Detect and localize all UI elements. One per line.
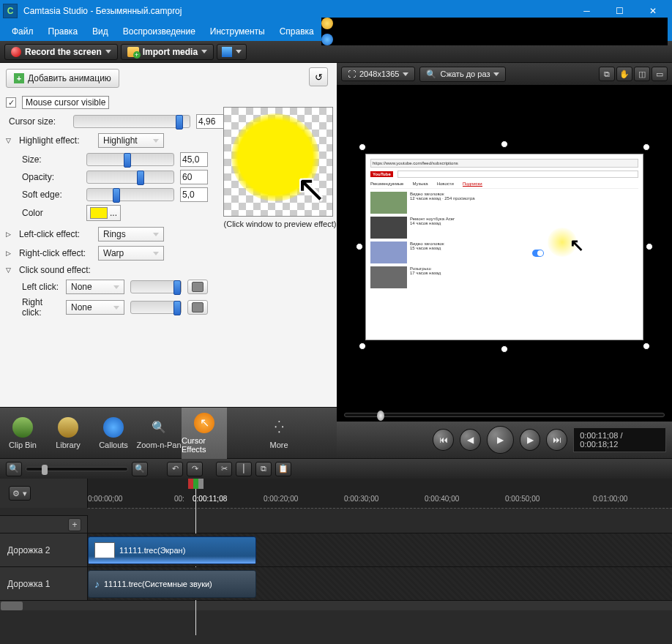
size-label: Size: — [9, 154, 81, 165]
fullscreen-button[interactable]: ▭ — [652, 67, 668, 81]
menu-bar: Файл Правка Вид Воспроизведение Инструме… — [0, 22, 672, 41]
crop-button[interactable]: ◫ — [634, 67, 650, 81]
add-track-button[interactable]: + — [68, 518, 81, 531]
timeline-settings-button[interactable]: ⚙ ▾ — [9, 486, 31, 501]
step-back-button[interactable]: ◀ — [460, 429, 481, 451]
step-forward-button[interactable]: ▶ — [520, 429, 541, 451]
cursor-arrow-icon: ↖ — [296, 168, 326, 210]
tool-tabs: Clip Bin Library Callouts 🔍Zoom-n-Pan ↖C… — [0, 407, 337, 458]
cut-button[interactable]: ✂ — [216, 462, 232, 476]
cursor-size-label: Cursor size: — [9, 116, 67, 127]
video-clip[interactable]: 11111.trec(Экран) — [88, 536, 256, 564]
color-swatch — [90, 207, 108, 219]
dropdown-caret-icon — [236, 50, 242, 53]
redo-button[interactable]: ↷ — [187, 462, 203, 476]
timeline-scrollbar[interactable] — [0, 600, 672, 610]
left-click-sound-select[interactable]: None — [66, 280, 124, 294]
toggle-icon — [532, 250, 544, 257]
search-icon: 🔍 — [426, 70, 436, 79]
add-animation-button[interactable]: + Добавить анимацию — [6, 69, 119, 88]
callouts-icon — [103, 417, 124, 438]
right-click-effect-select[interactable]: Warp — [98, 246, 164, 261]
copy-button[interactable]: ⧉ — [255, 462, 272, 476]
track-1-body[interactable]: ♪ 11111.trec(Системные звуки) — [88, 567, 672, 600]
track-1-header[interactable]: Дорожка 1 — [0, 567, 88, 600]
soft-edge-slider[interactable] — [86, 188, 174, 201]
shrink-button[interactable]: 🔍Сжать до раз — [419, 67, 506, 82]
record-screen-button[interactable]: Record the screen — [4, 44, 118, 60]
opacity-value[interactable]: 60 — [180, 170, 208, 184]
color-picker[interactable]: ... — [86, 205, 121, 221]
cursor-preview-canvas[interactable]: ↖ — [223, 107, 333, 217]
zoom-out-button[interactable]: 🔍 — [6, 462, 22, 476]
timeline-toolbar: 🔍 🔍 ↶ ↷ ✂ ⎮ ⧉ 📋 — [0, 458, 672, 479]
collapse-icon[interactable]: ▽ — [6, 266, 11, 274]
right-click-volume-slider[interactable] — [130, 301, 182, 314]
tab-callouts[interactable]: Callouts — [91, 408, 136, 459]
soft-edge-label: Soft edge: — [9, 190, 81, 200]
next-clip-button[interactable]: ⏭ — [546, 429, 567, 451]
zoom-in-button[interactable]: 🔍 — [132, 462, 148, 476]
track-2-header[interactable]: Дорожка 2 — [0, 533, 88, 566]
color-label: Color — [9, 208, 81, 218]
preview-frame[interactable]: https://www.youtube.com/feed/subscriptio… — [365, 154, 643, 340]
collapse-icon[interactable]: ▷ — [6, 250, 11, 257]
menu-help[interactable]: Справка — [272, 23, 321, 40]
left-click-volume-slider[interactable] — [130, 280, 182, 293]
import-media-button[interactable]: Import media — [121, 44, 214, 60]
playback-bar — [337, 408, 672, 422]
track-2: Дорожка 2 11111.trec(Экран) — [0, 533, 672, 566]
menu-file[interactable]: Файл — [4, 23, 41, 40]
tip-icon[interactable] — [321, 18, 333, 29]
tab-zoom[interactable]: 🔍Zoom-n-Pan — [136, 408, 182, 459]
menu-edit[interactable]: Правка — [41, 23, 86, 40]
tab-library[interactable]: Library — [45, 408, 91, 459]
collapse-icon[interactable]: ▷ — [6, 231, 11, 238]
tab-cursor-effects[interactable]: ↖Cursor Effects — [182, 408, 227, 459]
preview-sound-button[interactable] — [187, 280, 208, 294]
track-1: Дорожка 1 ♪ 11111.trec(Системные звуки) — [0, 566, 672, 600]
share-icon — [222, 47, 232, 57]
audio-clip[interactable]: ♪ 11111.trec(Системные звуки) — [88, 570, 256, 598]
cursor-effects-panel: + Добавить анимацию ↺ Mouse cursor visib… — [0, 63, 337, 407]
reset-button[interactable]: ↺ — [309, 67, 328, 86]
mouse-visible-checkbox[interactable] — [6, 97, 16, 108]
track-2-body[interactable]: 11111.trec(Экран) — [88, 533, 672, 566]
preview-cursor-icon: ↖ — [570, 235, 584, 255]
preview-sound-button[interactable] — [187, 300, 208, 315]
detach-button[interactable]: ⧉ — [599, 67, 615, 81]
prev-clip-button[interactable]: ⏮ — [433, 429, 454, 451]
preview-canvas-area[interactable]: https://www.youtube.com/feed/subscriptio… — [337, 85, 672, 408]
menu-view[interactable]: Вид — [85, 23, 116, 40]
highlight-effect-select[interactable]: Highlight — [98, 133, 164, 148]
soft-edge-value[interactable]: 5,0 — [180, 187, 208, 202]
playback-slider[interactable] — [344, 413, 665, 417]
help-icon[interactable] — [321, 34, 333, 45]
cursor-size-value[interactable]: 4,96 — [196, 114, 224, 129]
size-slider[interactable] — [86, 153, 174, 166]
size-value[interactable]: 45,0 — [180, 152, 208, 167]
zoom-slider[interactable] — [26, 467, 128, 471]
produce-share-button[interactable] — [217, 44, 247, 60]
left-click-effect-select[interactable]: Rings — [98, 227, 164, 242]
timeline-ruler[interactable]: ⚙ ▾ 0:00:00;00 00: 0:00:20;00 0:00:30;00… — [0, 479, 672, 508]
opacity-slider[interactable] — [86, 171, 174, 184]
right-click-sound-select[interactable]: None — [66, 300, 124, 315]
speaker-icon — [192, 302, 204, 312]
highlight-effect-label: Highlight effect: — [19, 135, 92, 146]
menu-play[interactable]: Воспроизведение — [116, 23, 203, 40]
split-button[interactable]: ⎮ — [236, 462, 252, 476]
dimensions-button[interactable]: ⛶2048x1365 — [341, 67, 415, 81]
playhead-time: 0:00:11;08 — [193, 495, 227, 503]
play-button[interactable]: ▶ — [487, 426, 514, 454]
tab-clip-bin[interactable]: Clip Bin — [0, 408, 45, 459]
undo-button[interactable]: ↶ — [167, 462, 183, 476]
collapse-icon[interactable]: ▽ — [6, 137, 11, 144]
tab-more[interactable]: ⁛More — [256, 408, 302, 459]
pan-button[interactable]: ✋ — [616, 67, 632, 81]
menu-tools[interactable]: Инструменты — [203, 23, 272, 40]
paste-button[interactable]: 📋 — [275, 462, 291, 476]
library-icon — [58, 417, 78, 438]
cursor-size-slider[interactable] — [73, 115, 190, 128]
time-display: 0:00:11;08 / 0:00:18;12 — [573, 427, 666, 452]
